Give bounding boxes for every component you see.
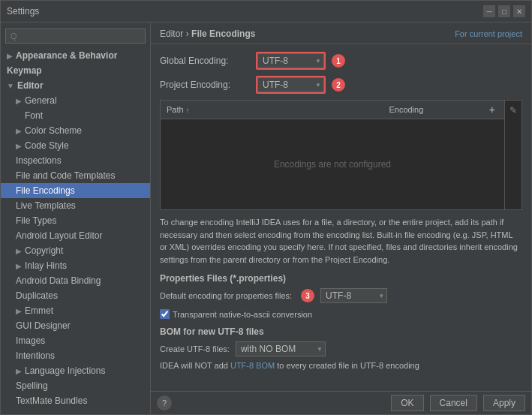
arrow-icon: ▶ [16,367,22,375]
sidebar-item-code-style[interactable]: ▶ Code Style [1,138,150,153]
sidebar-item-general[interactable]: ▶ General [1,93,150,108]
arrow-icon: ▶ [7,52,13,60]
table-col-encoding: Encoding [326,105,486,114]
sidebar-item-label: File Types [16,215,56,226]
transparent-checkbox[interactable] [160,309,170,319]
sidebar-item-live-templates[interactable]: Live Templates [1,198,150,213]
arrow-icon: ▶ [16,307,22,315]
sidebar-item-emmet[interactable]: ▶ Emmet [1,303,150,318]
breadcrumb-sep: › [186,29,189,39]
project-encoding-row: Project Encoding: UTF-8 UTF-16 ISO-8859-… [160,76,522,94]
sidebar-item-textmate-bundles[interactable]: TextMate Bundles [1,393,150,408]
sidebar-item-inlay-hints[interactable]: ▶ Inlay Hints [1,258,150,273]
sidebar-item-label: Keymap [7,65,42,76]
sidebar-item-spelling[interactable]: Spelling [1,378,150,393]
maximize-button[interactable]: □ [498,5,510,17]
transparent-checkbox-row: Transparent native-to-ascii conversion [160,309,312,319]
sidebar-item-file-code-templates[interactable]: File and Code Templates [1,168,150,183]
properties-encoding-label: Default encoding for properties files: [160,291,292,300]
main-body: Global Encoding: UTF-8 UTF-16 ISO-8859-1… [151,44,531,391]
sidebar: ▶ Appearance & Behavior Keymap ▼ Editor … [1,23,151,414]
main-header: Editor › File Encodings For current proj… [151,23,531,44]
sidebar-item-label: Duplicates [16,290,58,301]
sidebar-item-label: Intentions [16,350,55,361]
sidebar-item-duplicates[interactable]: Duplicates [1,288,150,303]
table-edit-button[interactable]: ✎ [506,104,520,117]
bom-label: Create UTF-8 files: [160,344,230,353]
sidebar-item-label: Android Data Binding [16,275,101,286]
sidebar-item-label: Images [16,335,45,346]
sidebar-item-keymap[interactable]: Keymap [1,63,150,78]
global-encoding-label: Global Encoding: [160,56,250,66]
bottom-bar: ? OK Cancel Apply [151,391,531,414]
encoding-table: Path ↑ Encoding + Encodings are not conf… [161,101,504,209]
sidebar-item-color-scheme[interactable]: ▶ Color Scheme [1,123,150,138]
sidebar-item-label: TextMate Bundles [16,395,87,406]
sidebar-item-android-data-binding[interactable]: Android Data Binding [1,273,150,288]
badge-2: 2 [332,78,345,92]
sidebar-item-file-types[interactable]: File Types [1,213,150,228]
sidebar-item-file-encodings[interactable]: File Encodings [1,183,150,198]
search-box[interactable] [5,29,146,44]
sidebar-item-label: Emmet [25,305,53,316]
main-content: ▶ Appearance & Behavior Keymap ▼ Editor … [1,23,531,414]
sidebar-item-label: File and Code Templates [16,170,116,181]
table-add-button[interactable]: + [486,104,498,116]
apply-button[interactable]: Apply [483,395,525,411]
properties-encoding-select[interactable]: UTF-8 UTF-16 ISO-8859-1 [320,288,387,303]
sidebar-item-label: Editor [17,80,44,91]
sidebar-item-label: Code Style [25,140,69,151]
encoding-table-wrapper: Path ↑ Encoding + Encodings are not conf… [160,100,522,210]
minimize-button[interactable]: ─ [483,5,495,17]
table-side-buttons: ✎ [504,101,521,209]
ok-button[interactable]: OK [391,395,423,411]
sidebar-item-font[interactable]: Font [1,108,150,123]
project-encoding-label: Project Encoding: [160,80,250,90]
table-header: Path ↑ Encoding + [161,101,504,119]
close-button[interactable]: ✕ [513,5,525,17]
title-bar: Settings ─ □ ✕ [1,1,531,23]
sidebar-item-inspections[interactable]: Inspections [1,153,150,168]
settings-window: Settings ─ □ ✕ ▶ Appearance & Behavior K… [0,0,532,415]
bom-select-wrapper: with NO BOM with BOM [236,341,326,356]
sidebar-item-intentions[interactable]: Intentions [1,348,150,363]
arrow-icon: ▶ [16,262,22,270]
sidebar-item-images[interactable]: Images [1,333,150,348]
project-encoding-select[interactable]: UTF-8 UTF-16 ISO-8859-1 [257,77,324,92]
sidebar-item-gui-designer[interactable]: GUI Designer [1,318,150,333]
sidebar-item-label: Android Layout Editor [16,230,102,241]
sidebar-item-label: Inlay Hints [25,260,67,271]
bom-select[interactable]: with NO BOM with BOM [236,341,326,356]
breadcrumb-current: File Encodings [191,29,255,39]
properties-section-title: Properties Files (*.properties) [160,273,522,284]
arrow-icon: ▶ [16,247,22,255]
sort-icon: ↑ [186,107,190,114]
table-body: Encodings are not configured [161,119,504,209]
sidebar-item-label: Inspections [16,155,62,166]
global-encoding-select[interactable]: UTF-8 UTF-16 ISO-8859-1 [257,53,324,68]
project-encoding-select-wrapper: UTF-8 UTF-16 ISO-8859-1 [256,76,326,94]
sidebar-item-appearance[interactable]: ▶ Appearance & Behavior [1,48,150,63]
sidebar-item-label: Live Templates [16,200,76,211]
arrow-icon: ▶ [16,142,22,150]
global-encoding-select-wrapper: UTF-8 UTF-16 ISO-8859-1 [256,52,326,70]
sidebar-item-label: File Encodings [16,185,75,196]
window-controls: ─ □ ✕ [483,5,525,17]
help-button[interactable]: ? [157,395,172,410]
bom-row: Create UTF-8 files: with NO BOM with BOM [160,341,522,356]
global-encoding-row: Global Encoding: UTF-8 UTF-16 ISO-8859-1… [160,52,522,70]
arrow-icon: ▼ [7,82,14,90]
sidebar-item-label: Spelling [16,380,48,391]
breadcrumb-editor: Editor [160,29,183,39]
properties-encoding-select-wrapper: UTF-8 UTF-16 ISO-8859-1 [320,288,387,303]
sidebar-item-editor[interactable]: ▼ Editor [1,78,150,93]
bom-section-title: BOM for new UTF-8 files [160,326,522,337]
cancel-button[interactable]: Cancel [430,395,477,411]
for-project-label: For current project [455,29,522,38]
sidebar-item-language-injections[interactable]: ▶ Language Injections [1,363,150,378]
search-input[interactable] [5,29,146,44]
sidebar-item-copyright[interactable]: ▶ Copyright [1,243,150,258]
window-title: Settings [7,6,39,17]
sidebar-item-android-layout-editor[interactable]: Android Layout Editor [1,228,150,243]
badge-3: 3 [301,289,314,302]
